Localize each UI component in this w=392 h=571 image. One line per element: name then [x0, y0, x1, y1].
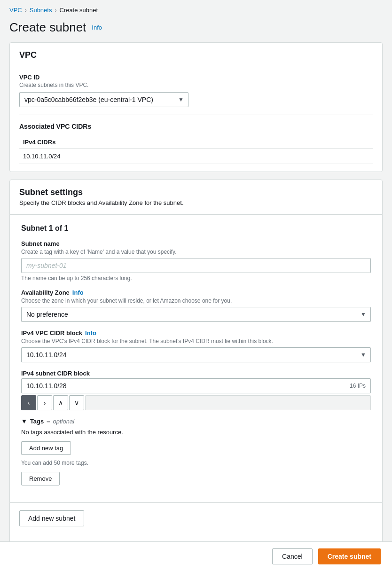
tags-toggle-icon[interactable]: ▼ — [21, 418, 27, 425]
breadcrumb-sep-2: › — [55, 7, 56, 14]
ipv4-subnet-cidr-input-row: 16 IPs — [21, 378, 371, 393]
cidr-table-row: 10.10.11.0/24 — [19, 149, 373, 164]
breadcrumb-vpc-link[interactable]: VPC — [9, 7, 22, 14]
stepper-next-btn[interactable]: › — [37, 395, 52, 410]
page-header: Create subnet Info — [0, 18, 392, 42]
subnet-settings-card: Subnet settings Specify the CIDR blocks … — [9, 180, 383, 544]
cidr-table-header-ipv4: IPv4 CIDRs — [19, 136, 322, 149]
vpc-section-title: VPC — [19, 50, 37, 60]
subnet-settings-title: Subnet settings — [19, 188, 373, 197]
stepper-up-icon: ∧ — [58, 399, 63, 407]
tags-note: You can add 50 more tags. — [21, 460, 371, 466]
ipv4-cidr-block-info-link[interactable]: Info — [85, 329, 96, 336]
ipv4-cidr-block-select[interactable]: 10.10.11.0/24 — [21, 347, 371, 362]
stepper-down-btn[interactable]: ∨ — [69, 395, 84, 410]
vpc-card-header: VPC — [10, 43, 382, 66]
ipv4-subnet-cidr-label: IPv4 subnet CIDR block — [21, 370, 371, 377]
availability-zone-info-link[interactable]: Info — [72, 289, 84, 296]
cidr-table-cell-empty — [322, 149, 373, 164]
subnet-settings-desc: Specify the CIDR blocks and Availability… — [19, 199, 373, 206]
stepper-prev-icon: ‹ — [28, 399, 30, 407]
cidr-table-cell-value: 10.10.11.0/24 — [19, 149, 322, 164]
availability-zone-field: Availability Zone Info Choose the zone i… — [21, 289, 371, 322]
vpc-id-hint: Create subnets in this VPC. — [19, 82, 373, 88]
tags-dash: – — [47, 418, 50, 425]
page-title: Create subnet — [9, 20, 86, 35]
vpc-id-select-wrapper: vpc-0a5c0cabb66f2eb3e (eu-central-1 VPC)… — [19, 92, 188, 107]
footer-bar: Cancel Create subnet — [0, 541, 392, 571]
stepper-next-icon: › — [44, 399, 46, 407]
stepper-row: ‹ › ∧ ∨ — [21, 395, 371, 410]
cidr-table: IPv4 CIDRs 10.10.11.0/24 — [19, 136, 373, 164]
stepper-up-btn[interactable]: ∧ — [53, 395, 68, 410]
tags-label: Tags — [30, 418, 44, 425]
add-subnet-button[interactable]: Add new subnet — [19, 510, 84, 526]
availability-zone-select[interactable]: No preference — [21, 307, 371, 322]
vpc-id-label: VPC ID — [19, 74, 373, 81]
subnet-name-hint: Create a tag with a key of 'Name' and a … — [21, 249, 371, 255]
ipv4-cidr-block-hint: Choose the VPC's IPv4 CIDR block for the… — [21, 338, 371, 344]
subnet-name-field: Subnet name Create a tag with a key of '… — [21, 240, 371, 282]
subnet-block: Subnet 1 of 1 Subnet name Create a tag w… — [10, 215, 382, 503]
create-subnet-button[interactable]: Create subnet — [318, 548, 381, 564]
subnet-name-label: Subnet name — [21, 240, 371, 247]
ipv4-cidr-block-select-wrapper: 10.10.11.0/24 ▼ — [21, 347, 371, 362]
ipv4-subnet-cidr-field: IPv4 subnet CIDR block 16 IPs ‹ › ∧ — [21, 370, 371, 410]
availability-zone-select-wrapper: No preference ▼ — [21, 307, 371, 322]
add-subnet-section: Add new subnet — [10, 503, 382, 543]
breadcrumb-sep-1: › — [25, 7, 27, 14]
remove-button[interactable]: Remove — [21, 472, 60, 485]
tags-header: ▼ Tags – optional — [21, 418, 371, 425]
breadcrumb-current: Create subnet — [59, 7, 98, 14]
availability-zone-hint: Choose the zone in which your subnet wil… — [21, 297, 371, 304]
associated-cidr-title: Associated VPC CIDRs — [19, 123, 373, 130]
associated-cidr-section: Associated VPC CIDRs IPv4 CIDRs 10.10.11… — [19, 115, 373, 164]
subnet-settings-header: Subnet settings Specify the CIDR blocks … — [10, 180, 382, 214]
breadcrumb: VPC › Subnets › Create subnet — [0, 0, 392, 18]
breadcrumb-subnets-link[interactable]: Subnets — [30, 7, 52, 14]
ipv4-subnet-cidr-input[interactable] — [22, 379, 345, 393]
add-tag-button[interactable]: Add new tag — [21, 441, 71, 455]
vpc-id-field: VPC ID Create subnets in this VPC. vpc-0… — [19, 74, 373, 107]
vpc-card: VPC VPC ID Create subnets in this VPC. v… — [9, 42, 383, 172]
cancel-button[interactable]: Cancel — [272, 548, 313, 564]
subnet-name-input[interactable] — [21, 258, 371, 273]
tags-section: ▼ Tags – optional No tags associated wit… — [21, 418, 371, 493]
subnet-block-title: Subnet 1 of 1 — [21, 224, 371, 233]
availability-zone-label: Availability Zone Info — [21, 289, 371, 296]
cidr-table-header-empty — [322, 136, 373, 149]
ipv4-subnet-cidr-ips-badge: 16 IPs — [345, 383, 370, 389]
stepper-down-icon: ∨ — [74, 399, 79, 407]
stepper-prev-btn[interactable]: ‹ — [21, 395, 36, 410]
ipv4-cidr-block-label: IPv4 VPC CIDR block Info — [21, 329, 371, 336]
tags-optional-label: optional — [53, 418, 75, 425]
page-info-link[interactable]: Info — [92, 24, 102, 31]
tags-empty-text: No tags associated with the resource. — [21, 429, 371, 436]
ipv4-cidr-block-field: IPv4 VPC CIDR block Info Choose the VPC'… — [21, 329, 371, 362]
vpc-card-body: VPC ID Create subnets in this VPC. vpc-0… — [10, 66, 382, 172]
vpc-id-select[interactable]: vpc-0a5c0cabb66f2eb3e (eu-central-1 VPC) — [19, 92, 188, 107]
stepper-track — [85, 395, 371, 410]
subnet-name-note: The name can be up to 256 characters lon… — [21, 275, 371, 282]
main-content: VPC VPC ID Create subnets in this VPC. v… — [0, 42, 392, 553]
